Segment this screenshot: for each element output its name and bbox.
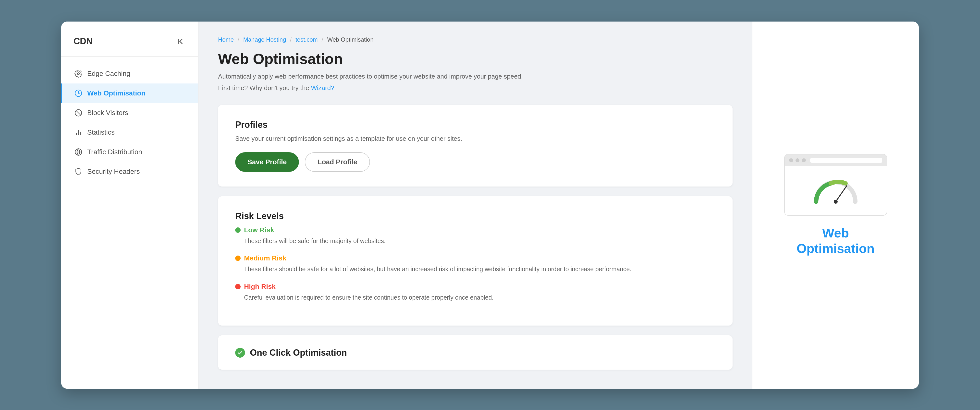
risk-levels-card: Risk Levels Low Risk These filters will … [218,196,733,326]
one-click-card: One Click Optimisation [218,336,733,370]
main-card: CDN Edge Caching We [61,22,919,389]
save-profile-button[interactable]: Save Profile [235,152,299,172]
sidebar-item-security-headers[interactable]: Security Headers [61,162,198,181]
sidebar-title: CDN [73,36,92,46]
profiles-button-group: Save Profile Load Profile [235,152,715,172]
chart-icon [75,128,82,136]
risk-item-low: Low Risk These filters will be safe for … [235,226,715,246]
globe-icon [75,148,82,156]
risk-dot-medium [235,256,240,261]
wizard-link[interactable]: Wizard? [311,84,334,92]
breadcrumb-sep-3: / [322,36,323,43]
check-icon [237,350,243,356]
panel-title: Web Optimisation [797,225,875,256]
sidebar-item-label: Security Headers [87,168,140,176]
risk-label-medium: Medium Risk [235,254,715,262]
one-click-check-icon [235,348,245,358]
risk-desc-medium: These filters should be safe for a lot o… [235,264,715,274]
svg-point-11 [834,200,838,204]
sidebar-item-block-visitors[interactable]: Block Visitors [61,103,198,123]
breadcrumb-manage-hosting[interactable]: Manage Hosting [243,36,286,43]
browser-bar [785,154,887,166]
gear-icon [75,70,82,78]
browser-dot-3 [802,158,806,162]
risk-item-medium: Medium Risk These filters should be safe… [235,254,715,274]
sidebar-item-label: Block Visitors [87,109,128,117]
shield-icon [75,168,82,176]
clock-icon [75,89,82,97]
right-panel: Web Optimisation [752,22,919,389]
speedometer-graphic [811,175,860,207]
profiles-card: Profiles Save your current optimisation … [218,105,733,187]
risk-dot-high [235,284,240,289]
collapse-sidebar-button[interactable] [176,36,186,46]
breadcrumb-test-com[interactable]: test.com [296,36,318,43]
sidebar-nav: Edge Caching Web Optimisation Block Visi… [61,62,198,184]
main-content: Home / Manage Hosting / test.com / Web O… [199,22,752,389]
sidebar-header: CDN [61,36,198,57]
one-click-title: One Click Optimisation [235,348,715,358]
breadcrumb: Home / Manage Hosting / test.com / Web O… [218,36,733,43]
sidebar-item-label: Edge Caching [87,70,130,78]
risk-desc-high: Careful evaluation is required to ensure… [235,293,715,302]
sidebar-item-label: Traffic Distribution [87,148,142,156]
breadcrumb-sep-1: / [238,36,239,43]
load-profile-button[interactable]: Load Profile [305,152,370,172]
profiles-card-desc: Save your current optimisation settings … [235,135,715,142]
svg-line-4 [76,111,81,115]
risk-label-text-high: High Risk [244,283,275,291]
profiles-card-title: Profiles [235,120,715,130]
browser-body [785,166,887,215]
breadcrumb-home[interactable]: Home [218,36,234,43]
svg-line-10 [836,186,847,202]
sidebar-item-traffic-distribution[interactable]: Traffic Distribution [61,142,198,162]
risk-label-text-low: Low Risk [244,226,274,234]
sidebar-item-web-optimisation[interactable]: Web Optimisation [61,84,198,103]
sidebar-item-label: Web Optimisation [87,89,146,97]
sidebar-item-label: Statistics [87,128,115,136]
browser-url-bar [810,158,882,163]
browser-dot-2 [795,158,799,162]
risk-dot-low [235,227,240,233]
risk-levels-title: Risk Levels [235,211,715,221]
risk-label-text-medium: Medium Risk [244,254,286,262]
breadcrumb-current: Web Optimisation [327,36,374,43]
browser-mock [784,154,887,216]
svg-point-1 [78,73,80,74]
risk-label-low: Low Risk [235,226,715,234]
sidebar: CDN Edge Caching We [61,22,199,389]
risk-label-high: High Risk [235,283,715,291]
risk-item-high: High Risk Careful evaluation is required… [235,283,715,302]
block-icon [75,109,82,117]
page-title: Web Optimisation [218,51,733,67]
risk-desc-low: These filters will be safe for the major… [235,236,715,246]
page-description-line2: First time? Why don't you try the Wizard… [218,83,733,93]
browser-dot-1 [789,158,793,162]
sidebar-item-edge-caching[interactable]: Edge Caching [61,64,198,84]
page-description-line1: Automatically apply web performance best… [218,72,733,81]
breadcrumb-sep-2: / [290,36,291,43]
sidebar-item-statistics[interactable]: Statistics [61,123,198,142]
